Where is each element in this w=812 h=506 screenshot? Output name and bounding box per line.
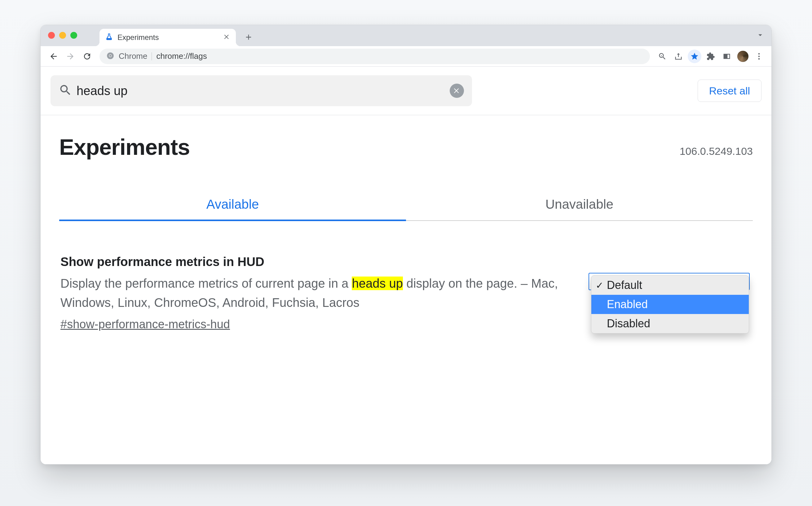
reload-button[interactable] bbox=[80, 50, 94, 63]
select-option-disabled-label: Disabled bbox=[607, 317, 650, 330]
flag-row: Show performance metrics in HUD Display … bbox=[41, 221, 771, 331]
reset-all-button[interactable]: Reset all bbox=[697, 80, 761, 102]
bookmark-star-icon[interactable] bbox=[688, 50, 702, 63]
tab-strip: Experiments bbox=[41, 25, 771, 46]
browser-tab-active[interactable]: Experiments bbox=[99, 29, 236, 46]
flags-search-row: Reset all bbox=[41, 67, 771, 115]
browser-toolbar: Chrome chrome://flags bbox=[41, 46, 771, 67]
select-dropdown: ✓ Default Enabled Disabled bbox=[591, 275, 749, 334]
select-option-enabled-label: Enabled bbox=[607, 298, 648, 311]
kebab-menu-icon[interactable] bbox=[752, 50, 766, 63]
page-title: Experiments bbox=[59, 135, 190, 160]
page-content: Reset all Experiments 106.0.5249.103 Ava… bbox=[41, 67, 771, 464]
omnibox-host-label: Chrome bbox=[119, 52, 147, 61]
flag-description: Display the performance metrics of curre… bbox=[60, 274, 576, 312]
svg-point-2 bbox=[109, 55, 112, 57]
search-icon bbox=[59, 83, 72, 98]
tab-available-label: Available bbox=[206, 197, 259, 212]
window-close-button[interactable] bbox=[48, 32, 55, 39]
new-tab-button[interactable] bbox=[241, 29, 256, 45]
tab-unavailable[interactable]: Unavailable bbox=[406, 197, 753, 221]
select-option-default[interactable]: ✓ Default bbox=[591, 276, 749, 295]
chrome-icon bbox=[106, 52, 115, 61]
clear-search-icon[interactable] bbox=[450, 84, 464, 98]
window-fullscreen-button[interactable] bbox=[70, 32, 77, 39]
chrome-version: 106.0.5249.103 bbox=[680, 145, 753, 157]
svg-point-3 bbox=[758, 53, 760, 55]
close-tab-icon[interactable] bbox=[223, 33, 230, 41]
browser-window: Experiments bbox=[40, 25, 772, 465]
omnibox-separator bbox=[152, 52, 152, 60]
check-icon: ✓ bbox=[596, 280, 603, 291]
select-option-enabled[interactable]: Enabled bbox=[591, 295, 749, 314]
select-option-default-label: Default bbox=[607, 279, 642, 292]
flag-state-select[interactable]: ✓ Default Enabled Disabled bbox=[589, 273, 750, 290]
zoom-icon[interactable] bbox=[656, 50, 669, 63]
flags-search-input[interactable] bbox=[72, 84, 450, 98]
share-icon[interactable] bbox=[672, 50, 685, 63]
forward-button[interactable] bbox=[64, 50, 77, 63]
flask-icon bbox=[105, 33, 113, 42]
back-button[interactable] bbox=[47, 50, 60, 63]
reset-all-label: Reset all bbox=[709, 85, 750, 97]
svg-point-5 bbox=[758, 58, 760, 60]
tabs-overflow-button[interactable] bbox=[756, 31, 764, 40]
flag-desc-pre: Display the performance metrics of curre… bbox=[60, 276, 352, 290]
omnibox-path: chrome://flags bbox=[156, 52, 207, 61]
tab-unavailable-label: Unavailable bbox=[545, 197, 613, 212]
svg-point-4 bbox=[758, 56, 760, 57]
flags-search-box[interactable] bbox=[51, 75, 472, 106]
select-option-disabled[interactable]: Disabled bbox=[591, 314, 749, 333]
flag-anchor-link[interactable]: #show-performance-metrics-hud bbox=[60, 318, 230, 331]
window-minimize-button[interactable] bbox=[59, 32, 66, 39]
page-header: Experiments 106.0.5249.103 bbox=[41, 115, 771, 160]
side-panel-icon[interactable] bbox=[720, 50, 734, 63]
profile-avatar[interactable] bbox=[736, 50, 750, 63]
tab-title: Experiments bbox=[118, 33, 219, 42]
extensions-icon[interactable] bbox=[704, 50, 718, 63]
flag-text: Show performance metrics in HUD Display … bbox=[60, 255, 576, 331]
tab-available[interactable]: Available bbox=[59, 197, 406, 221]
address-bar[interactable]: Chrome chrome://flags bbox=[99, 49, 650, 64]
flag-desc-highlight: heads up bbox=[352, 276, 403, 290]
window-controls bbox=[48, 32, 77, 39]
flag-title: Show performance metrics in HUD bbox=[60, 255, 576, 269]
flags-tabs: Available Unavailable bbox=[59, 197, 753, 221]
toolbar-actions bbox=[656, 50, 766, 63]
